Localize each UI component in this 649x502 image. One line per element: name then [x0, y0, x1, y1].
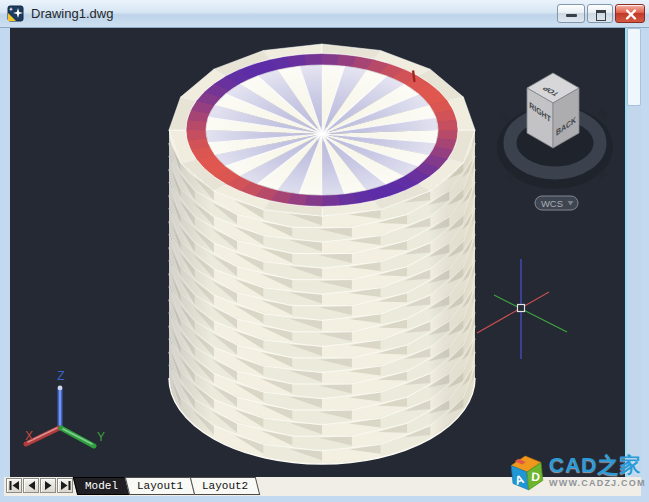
cylinder-object[interactable] [169, 44, 475, 464]
watermark-brand: CAD之家 [549, 453, 646, 477]
layout-tabs: Model Layout1 Layout2 [75, 477, 257, 494]
first-icon [9, 481, 20, 490]
restore-icon [596, 10, 606, 21]
next-icon [44, 481, 53, 490]
watermark: A D CAD之家 WWW.CADZJ.COM [507, 453, 646, 493]
close-button[interactable] [615, 4, 645, 23]
ucs-icon: Z X Y [25, 369, 105, 446]
last-icon [60, 481, 71, 490]
crosshair-cursor [477, 259, 567, 359]
minimize-icon [566, 14, 577, 17]
window-title: Drawing1.dwg [31, 6, 113, 21]
scrollbar-thumb[interactable] [627, 28, 641, 106]
window-controls [557, 4, 645, 23]
ucs-y-label: Y [97, 430, 105, 444]
tab-nav-buttons [6, 478, 73, 493]
window-bottom-frame [0, 496, 649, 502]
watermark-url: WWW.CADZJ.COM [549, 478, 646, 488]
tab-layout2[interactable]: Layout2 [190, 477, 261, 495]
previous-icon [27, 481, 36, 490]
tab-layout1[interactable]: Layout1 [125, 477, 196, 495]
wcs-label[interactable]: WCS [541, 198, 563, 209]
wcs-dropdown[interactable]: WCS [535, 196, 578, 210]
tab-nav-first-button[interactable] [6, 478, 22, 493]
crosshair-y-axis [494, 295, 567, 332]
viewcube[interactable]: S W E N TOP RIGHT BACK [497, 73, 613, 189]
crosshair-x-axis [477, 292, 549, 333]
close-icon [616, 5, 646, 24]
ucs-z-label: Z [57, 369, 64, 383]
cadzj-logo-icon: A D [505, 451, 549, 495]
tab-model[interactable]: Model [73, 477, 131, 495]
tab-nav-next-button[interactable] [40, 478, 56, 493]
ucs-x-label: X [25, 429, 33, 443]
tab-nav-last-button[interactable] [57, 478, 73, 493]
minimize-button[interactable] [557, 4, 585, 23]
ucs-z-tip [58, 386, 63, 391]
watermark-text: CAD之家 WWW.CADZJ.COM [549, 453, 646, 488]
pickbox [518, 305, 525, 312]
titlebar[interactable]: Drawing1.dwg [0, 0, 649, 28]
tab-nav-previous-button[interactable] [23, 478, 39, 493]
model-canvas[interactable]: S W E N TOP RIGHT BACK WCS [10, 28, 625, 477]
svg-text:D: D [531, 470, 541, 485]
drawing-window: Drawing1.dwg [0, 0, 649, 502]
vertical-scrollbar[interactable] [627, 28, 641, 477]
restore-button[interactable] [587, 4, 613, 23]
dwg-file-icon [7, 5, 24, 22]
